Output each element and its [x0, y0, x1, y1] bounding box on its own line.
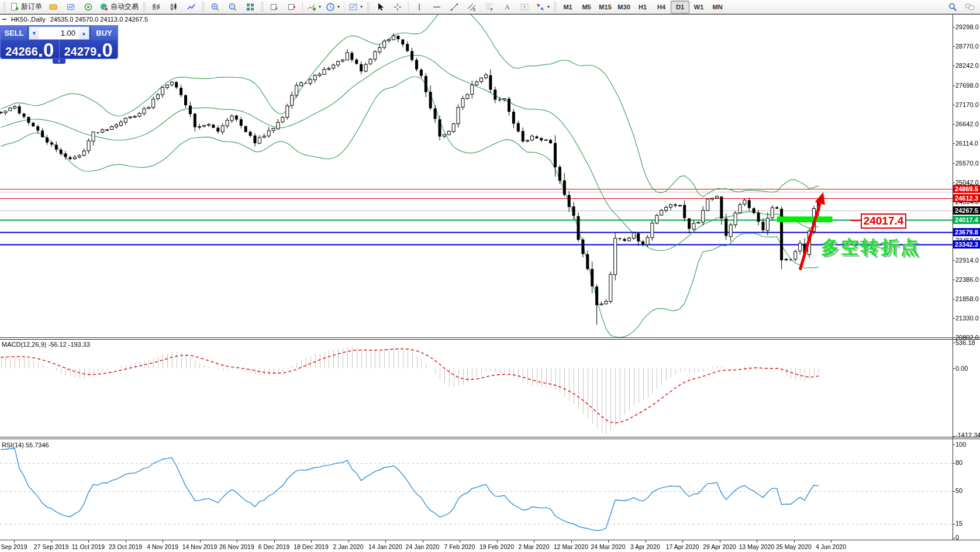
- new-order-icon: [10, 2, 19, 12]
- zoom-out-icon: [228, 2, 237, 12]
- cursor-button[interactable]: [371, 1, 389, 13]
- sell-button[interactable]: SELL: [1, 26, 28, 40]
- text-button[interactable]: A: [498, 1, 516, 13]
- chart-icon: [2, 19, 6, 20]
- rsi-label: RSI(14) 55.7346: [2, 441, 49, 448]
- new-order-label: 新订单: [21, 2, 42, 12]
- auto-trading-icon: [99, 2, 109, 12]
- chart-canvas[interactable]: [0, 0, 980, 552]
- macd-axis-label: -1412.34: [955, 432, 980, 439]
- macd-axis-label: 0.00: [955, 365, 968, 372]
- auto-trading-button[interactable]: 自动交易: [97, 1, 141, 13]
- monitor-icon: [66, 2, 75, 12]
- vertical-line-button[interactable]: [410, 1, 428, 13]
- ask-price[interactable]: 24279.0: [60, 40, 118, 60]
- timeframe-m30-button[interactable]: M30: [615, 1, 633, 13]
- toolbar-grip: [202, 2, 205, 12]
- toolbar-separator: [302, 2, 303, 12]
- price-axis-label: 25570.0: [955, 160, 979, 167]
- auto-scroll-button[interactable]: [265, 1, 283, 13]
- candlestick-button[interactable]: [165, 1, 182, 13]
- tile-windows-button[interactable]: [241, 1, 259, 13]
- volume-increase-button[interactable]: ▲: [79, 27, 89, 39]
- svg-text:F: F: [491, 8, 493, 12]
- price-axis-label: 21858.0: [955, 295, 979, 302]
- crosshair-button[interactable]: [389, 1, 406, 13]
- price-axis-label: 21330.0: [955, 315, 979, 322]
- ask-fraction-digits: .0: [96, 42, 113, 59]
- zoom-in-button[interactable]: [206, 1, 224, 13]
- buy-button[interactable]: BUY: [90, 26, 118, 40]
- price-axis-label: 27170.0: [955, 101, 979, 108]
- text-label-button[interactable]: T: [516, 1, 533, 13]
- zoom-out-button[interactable]: [224, 1, 241, 13]
- toolbar-grip: [261, 2, 264, 12]
- crosshair-icon: [393, 2, 402, 12]
- volume-control: ▼ 1.00 ▲: [29, 26, 89, 40]
- symbol-period-label: HK50-,Daily: [11, 16, 46, 23]
- volume-decrease-button[interactable]: ▼: [29, 27, 39, 39]
- bar-chart-icon: [151, 2, 161, 12]
- chart-header: HK50-,Daily 24535.0 24570.0 24113.0 2426…: [2, 16, 148, 23]
- chat-button[interactable]: [961, 1, 979, 13]
- chevron-down-icon: ▾: [337, 4, 340, 9]
- toolbar-separator: [408, 2, 409, 12]
- rsi-axis-label: 0: [955, 534, 959, 541]
- price-tag: 24017.4: [953, 216, 980, 224]
- bar-chart-button[interactable]: [147, 1, 165, 13]
- periods-button[interactable]: ▾: [323, 1, 342, 13]
- channel-icon: E: [467, 2, 477, 12]
- signals-button[interactable]: [80, 1, 97, 13]
- arrows-button[interactable]: ▾: [533, 1, 552, 13]
- search-button[interactable]: [944, 1, 961, 13]
- rsi-axis-label: 50: [955, 487, 962, 494]
- arrows-icon: [536, 2, 545, 12]
- chart-shift-button[interactable]: [283, 1, 301, 13]
- ask-main-digits: 24279: [64, 44, 97, 59]
- indicators-add-button[interactable]: ▾: [305, 1, 323, 13]
- price-tag: 24612.3: [953, 194, 980, 202]
- horizontal-line-button[interactable]: [428, 1, 446, 13]
- price-tag: 23679.8: [953, 228, 980, 236]
- svg-text:E: E: [473, 8, 476, 12]
- timeframe-m15-button[interactable]: M15: [596, 1, 615, 13]
- price-axis-label: 26642.0: [955, 120, 979, 127]
- candlestick-icon: [169, 2, 178, 12]
- templates-button[interactable]: ▾: [346, 1, 365, 13]
- new-order-button[interactable]: 新订单: [8, 1, 44, 13]
- trendline-button[interactable]: [446, 1, 463, 13]
- timeframe-w1-button[interactable]: W1: [689, 1, 708, 13]
- toolbar-grip: [3, 2, 6, 12]
- price-axis-label: 28242.0: [955, 62, 979, 69]
- toolbar-grip: [367, 2, 370, 12]
- chart-shift-icon: [287, 2, 296, 12]
- price-axis-label: 28770.0: [955, 43, 979, 50]
- chevron-down-icon: ▾: [547, 4, 550, 9]
- bid-price[interactable]: 24266.0: [1, 40, 60, 60]
- timeframe-d1-button[interactable]: D1: [671, 1, 689, 13]
- turning-point-annotation: 多空转折点: [821, 235, 920, 260]
- line-chart-icon: [187, 2, 196, 12]
- timeframe-mn-button[interactable]: MN: [708, 1, 727, 13]
- price-tag: 24869.5: [953, 185, 980, 193]
- timeframe-h1-button[interactable]: H1: [633, 1, 652, 13]
- toolbar-grip: [143, 2, 146, 12]
- bid-fraction-digits: .0: [38, 42, 54, 59]
- metaeditor-button[interactable]: [44, 1, 62, 13]
- search-icon: [948, 2, 957, 12]
- timeframe-m1-button[interactable]: M1: [558, 1, 577, 13]
- panel-collapse-handle[interactable]: ▾: [53, 59, 65, 64]
- chevron-down-icon: ▾: [319, 4, 321, 9]
- market-watch-button[interactable]: [62, 1, 80, 13]
- volume-input[interactable]: 1.00: [39, 29, 79, 37]
- channel-button[interactable]: E: [463, 1, 481, 13]
- cursor-icon: [375, 2, 385, 12]
- one-click-trading-panel: SELL ▼ 1.00 ▲ BUY 24266.0 24279.0: [0, 25, 118, 59]
- line-chart-button[interactable]: [182, 1, 200, 13]
- timeframe-m5-button[interactable]: M5: [577, 1, 596, 13]
- price-axis-label: 26114.0: [955, 140, 978, 147]
- timeframe-h4-button[interactable]: H4: [652, 1, 671, 13]
- price-axis-label: 27698.0: [955, 82, 979, 89]
- callout-connector: [850, 220, 861, 221]
- fibonacci-button[interactable]: F: [481, 1, 498, 13]
